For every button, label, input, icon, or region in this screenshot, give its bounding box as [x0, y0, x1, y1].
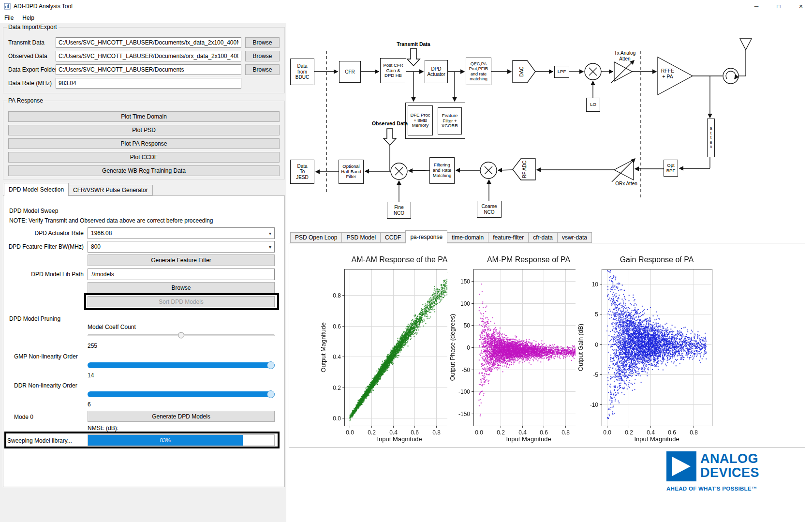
sweep-heading: DPD Model Sweep	[9, 208, 58, 214]
export-folder-label: Data Export Folder	[8, 66, 57, 73]
menu-help[interactable]: Help	[18, 13, 39, 23]
diagram-box-atten: a t t e n	[707, 119, 715, 157]
tab-dpd-model-selection[interactable]: DPD Model Selection	[4, 183, 69, 196]
progress-text: 83%	[160, 437, 171, 443]
pa-response-group: PA Response Plot Time Domain Plot PSD Pl…	[3, 101, 285, 179]
group-title: PA Response	[7, 97, 44, 104]
ddr-order-label: DDR Non-linearity Order	[14, 382, 77, 389]
maximize-button[interactable]: □	[768, 0, 790, 13]
coeff-count-value: 255	[88, 343, 97, 349]
plot-tab-bar: PSD Open Loop PSD Model CCDF pa-response…	[290, 230, 591, 243]
generate-dpd-models-button[interactable]: Generate DPD Models	[88, 411, 275, 422]
gmp-order-value: 14	[88, 372, 94, 379]
slider-thumb[interactable]	[267, 390, 275, 398]
progress-fill: 83%	[88, 435, 243, 446]
close-icon: ×	[799, 2, 803, 10]
menu-file[interactable]: File	[0, 13, 18, 23]
maximize-icon: □	[777, 3, 780, 10]
left-tab-bar: DPD Model Selection CFR/VSWR Pulse Gener…	[4, 183, 152, 196]
actuator-rate-value: 1966.08	[91, 230, 112, 237]
diagram-box-opt-bpf: Opt BPF	[664, 160, 678, 177]
plot-ccdf-button[interactable]: Plot CCDF	[8, 152, 280, 163]
sweep-note: NOTE: Verify Transmit and Observed data …	[9, 217, 213, 224]
transmit-data-input[interactable]	[56, 37, 241, 48]
logo-line2: DEVICES	[700, 466, 759, 480]
diagram-box-dpd-actuator: DPD Actuator	[425, 60, 448, 83]
tab-cfr-vswr-pulse-generator[interactable]: CFR/VSWR Pulse Generator	[68, 185, 153, 195]
export-folder-input[interactable]	[56, 64, 241, 75]
plot-pa-response-button[interactable]: Plot PA Response	[8, 138, 280, 149]
export-browse-button[interactable]: Browse	[245, 64, 280, 75]
transmit-data-annotation: Transmit Data	[389, 41, 438, 47]
tab-feature-filter[interactable]: feature-filter	[488, 232, 529, 243]
chevron-down-icon: ▾	[269, 244, 271, 250]
actuator-rate-label: DPD Actuator Rate	[5, 230, 84, 237]
transmit-data-label: Transmit Data	[8, 39, 44, 46]
data-import-export-group: Data Import/Export Transmit Data Browse …	[3, 27, 285, 93]
gmp-order-slider[interactable]	[88, 361, 275, 369]
generate-wb-reg-button[interactable]: Generate WB Reg Training Data	[8, 165, 280, 176]
gain-plot	[576, 248, 716, 446]
data-rate-label: Data Rate (MHz)	[8, 80, 52, 87]
mode-label: Mode 0	[14, 414, 33, 420]
dpd-system-diagram: DAC RF ADC Data from BDUC CFR Post CFR G…	[288, 29, 810, 230]
diagram-box-post-cfr: Post CFR Gain & DPD HB	[380, 58, 406, 83]
tab-vswr-data[interactable]: vswr-data	[557, 232, 592, 243]
diagram-wires: DAC RF ADC	[288, 29, 810, 230]
sweeping-label: Sweeping Model library...	[7, 437, 72, 444]
actuator-rate-select[interactable]: 1966.08 ▾	[88, 227, 275, 239]
ddr-order-value: 6	[88, 401, 91, 408]
nmse-label: NMSE (dB):	[88, 425, 118, 432]
am-am-plot	[318, 248, 458, 446]
diagram-box-half-band: Optional Half Band Filter	[339, 160, 364, 184]
observed-data-input[interactable]	[56, 51, 241, 61]
analog-devices-logo-icon	[666, 451, 696, 481]
dpd-model-selection-pane: DPD Model Sweep NOTE: Verify Transmit an…	[3, 195, 285, 487]
lib-path-label: DPD Model Lib Path	[5, 271, 84, 278]
diagram-box-data-to-jesd: Data To JESD	[290, 160, 314, 184]
sweep-progress-bar: 83%	[88, 434, 275, 446]
diagram-box-data-from-bduc: Data from BDUC	[290, 59, 314, 85]
sort-dpd-models-button[interactable]: Sort DPD Models	[88, 296, 275, 307]
app-icon	[4, 3, 11, 10]
feature-bw-label: DPD Feature Filter BW(MHz)	[5, 243, 84, 250]
lib-path-input[interactable]	[88, 268, 275, 280]
tab-pa-response[interactable]: pa-response	[405, 230, 447, 243]
analog-devices-wordmark: ANALOG DEVICES	[700, 452, 759, 480]
tab-time-domain[interactable]: time-domain	[447, 232, 488, 243]
minimize-button[interactable]: ─	[745, 0, 768, 13]
menu-bar: File Help	[0, 13, 812, 23]
transmit-browse-button[interactable]: Browse	[245, 37, 280, 48]
plot-psd-button[interactable]: Plot PSD	[8, 125, 280, 135]
coeff-count-label: Model Coeff Count	[88, 324, 136, 330]
slider-thumb[interactable]	[178, 332, 184, 339]
slider-thumb[interactable]	[267, 361, 275, 369]
data-rate-input[interactable]	[56, 78, 241, 89]
plot-time-domain-button[interactable]: Plot Time Domain	[8, 111, 280, 122]
slider-track	[88, 391, 275, 397]
logo-tagline: AHEAD OF WHAT'S POSSIBLE™	[666, 486, 757, 492]
feature-bw-select[interactable]: 800 ▾	[88, 241, 275, 253]
gmp-order-label: GMP Non-linearity Order	[14, 353, 78, 360]
observed-browse-button[interactable]: Browse	[245, 51, 280, 61]
coeff-count-slider[interactable]	[88, 332, 275, 339]
diagram-box-feature-filter: Feature Filter + XCORR	[438, 107, 462, 134]
dac-label: DAC	[519, 66, 524, 76]
lib-browse-button[interactable]: Browse	[88, 282, 275, 294]
group-title: Data Import/Export	[7, 24, 59, 30]
tab-cfr-data[interactable]: cfr-data	[528, 232, 558, 243]
pruning-heading: DPD Model Pruning	[9, 315, 60, 322]
ddr-order-slider[interactable]	[88, 390, 275, 398]
rf-adc-label: RF ADC	[522, 161, 527, 179]
diagram-box-fine-nco: Fine NCO	[387, 202, 411, 219]
diagram-box-lo: LO	[586, 98, 600, 112]
close-button[interactable]: ×	[790, 0, 812, 13]
window-title: ADI-DPD Analysis Tool	[14, 3, 73, 10]
generate-feature-filter-button[interactable]: Generate Feature Filter	[88, 254, 275, 266]
tab-psd-model[interactable]: PSD Model	[341, 232, 381, 243]
diagram-box-cfr: CFR	[339, 61, 361, 83]
tab-psd-open-loop[interactable]: PSD Open Loop	[290, 232, 342, 243]
tab-ccdf[interactable]: CCDF	[380, 232, 406, 243]
observed-data-label: Observed Data	[8, 53, 47, 60]
tx-analog-atten-label: Tx Analog Atten	[607, 50, 643, 61]
